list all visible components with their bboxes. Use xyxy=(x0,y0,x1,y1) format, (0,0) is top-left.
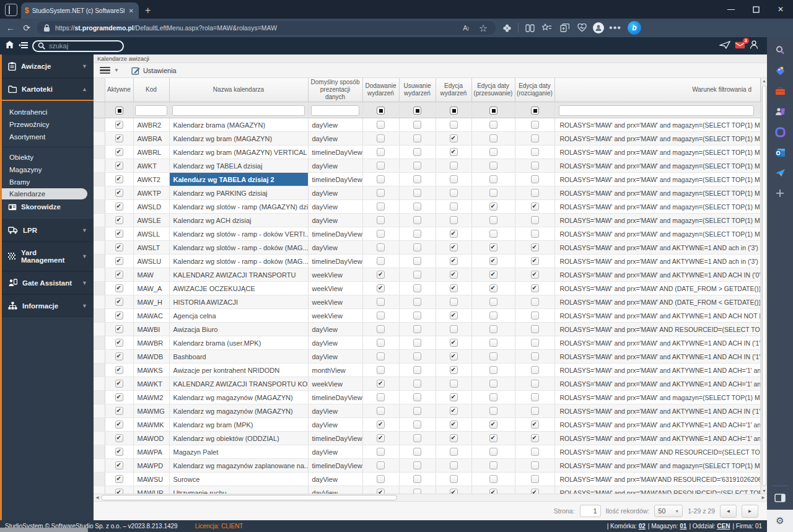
cell-view[interactable]: dayView xyxy=(308,323,362,336)
checkbox-edycja[interactable] xyxy=(450,162,458,170)
status-oddzial[interactable]: | Oddział: CEN xyxy=(689,523,730,530)
checkbox-dodawanie[interactable] xyxy=(377,189,385,197)
header-edycja-rozciaganie[interactable]: Edycja daty (rozciąganie) xyxy=(515,78,554,102)
checkbox-aktywne[interactable] xyxy=(115,434,123,442)
checkbox-edycja-przesuwanie[interactable] xyxy=(489,461,497,469)
checkbox-aktywne[interactable] xyxy=(115,284,123,292)
cell-warunek[interactable]: ROLASYS='MAW' and prx='MAW' AND (DATE_FR… xyxy=(554,295,761,309)
checkbox-edycja-przesuwanie[interactable] xyxy=(489,407,497,415)
row-selector[interactable] xyxy=(94,159,105,173)
grid-menu-button[interactable] xyxy=(100,67,110,74)
checkbox-edycja-przesuwanie[interactable] xyxy=(489,421,497,429)
cell-warunek[interactable]: ROLASYS='MAW' and prx='MAW' and magazyn=… xyxy=(554,200,761,214)
filter-nazwa[interactable] xyxy=(169,102,308,118)
table-row[interactable]: AWSLTKalendarz wg slotów - ramp - doków … xyxy=(94,241,761,255)
checkbox-usuwanie[interactable] xyxy=(413,216,421,224)
table-row[interactable]: MAWPDKalendarz wg magazynów zaplanowane … xyxy=(94,459,761,473)
filter-kod-input[interactable] xyxy=(135,105,167,116)
cell-view[interactable]: dayView xyxy=(308,159,362,173)
cell-view[interactable]: dayView xyxy=(308,336,362,350)
checkbox-edycja-rozciaganie[interactable] xyxy=(531,148,539,156)
checkbox-dodawanie[interactable] xyxy=(377,448,385,456)
checkbox-edycja-rozciaganie[interactable] xyxy=(531,461,539,469)
cell-kod[interactable]: MAWBR xyxy=(133,336,169,350)
cell-warunek[interactable]: ROLASYS='MAW' and prx='MAW'AND RESOURCEI… xyxy=(554,473,761,486)
checkbox-usuwanie[interactable] xyxy=(413,380,421,388)
checkbox-edycja-rozciaganie[interactable] xyxy=(531,271,539,279)
cell-nazwa[interactable]: HISTORIA AWIZACJI xyxy=(169,295,308,309)
table-row[interactable]: MAWSUSurowcedayViewROLASYS='MAW' and prx… xyxy=(94,473,761,486)
checkbox-edycja[interactable] xyxy=(450,175,458,183)
cell-kod[interactable]: MAWOD xyxy=(133,432,169,445)
header-domyslny[interactable]: Domyślny sposób prezentacji danych xyxy=(308,78,362,102)
cell-view[interactable]: dayView xyxy=(308,473,362,486)
cell-warunek[interactable]: ROLASYS='MAW' and prx='MAW' AND RESOURCE… xyxy=(554,445,761,459)
checkbox-aktywne[interactable] xyxy=(115,257,123,265)
checkbox-edycja-rozciaganie[interactable] xyxy=(531,203,539,211)
cell-kod[interactable]: MAWM2 xyxy=(133,391,169,404)
checkbox-edycja[interactable] xyxy=(450,380,458,388)
cell-warunek[interactable]: ROLASYS='MAW' and prx='MAW' and magazyn=… xyxy=(554,132,761,146)
checkbox-edycja-przesuwanie[interactable] xyxy=(489,243,497,251)
cell-kod[interactable]: MAWMG xyxy=(133,404,169,418)
checkbox-dodawanie[interactable] xyxy=(377,162,385,170)
checkbox-edycja-przesuwanie[interactable] xyxy=(489,203,497,211)
row-selector[interactable] xyxy=(94,118,105,132)
cell-nazwa[interactable]: Bashboard xyxy=(169,350,308,364)
row-selector[interactable] xyxy=(94,473,105,486)
cell-view[interactable]: timelineDayView xyxy=(308,255,362,268)
checkbox-edycja[interactable] xyxy=(450,203,458,211)
cell-kod[interactable]: MAWAC xyxy=(133,309,169,323)
row-selector[interactable] xyxy=(94,432,105,445)
checkbox-edycja-rozciaganie[interactable] xyxy=(531,312,539,320)
row-selector[interactable] xyxy=(94,309,105,323)
checkbox-usuwanie[interactable] xyxy=(413,148,421,156)
cell-kod[interactable]: AWSLT xyxy=(133,241,169,255)
checkbox-edycja-przesuwanie[interactable] xyxy=(489,271,497,279)
checkbox-dodawanie[interactable] xyxy=(377,312,385,320)
checkbox-edycja-rozciaganie[interactable] xyxy=(531,339,539,347)
checkbox-edycja-przesuwanie[interactable] xyxy=(489,312,497,320)
checkbox-edycja[interactable] xyxy=(450,216,458,224)
cell-warunek[interactable]: ROLASYS='MAW' and prx='MAW' and magazyn=… xyxy=(554,146,761,159)
checkbox-edycja-przesuwanie[interactable] xyxy=(489,434,497,442)
cell-nazwa[interactable]: Kalendarz wg slotów - ramp (MAGAZYN) dzi… xyxy=(169,200,308,214)
checkbox-edycja[interactable] xyxy=(450,284,458,292)
collections-icon[interactable] xyxy=(558,22,571,33)
checkbox-edycja-rozciaganie[interactable] xyxy=(531,475,539,483)
copilot-icon[interactable]: b xyxy=(628,21,641,35)
checkbox-aktywne[interactable] xyxy=(115,475,123,483)
cell-nazwa[interactable]: Kalendarz wg PARKING dzisiaj xyxy=(169,186,308,200)
table-row[interactable]: AWKTPKalendarz wg PARKING dzisiajdayView… xyxy=(94,186,761,200)
row-selector[interactable] xyxy=(94,268,105,282)
header-edycja-przesuwanie[interactable]: Edycja daty (przesuwanie) xyxy=(471,78,515,102)
checkbox-edycja-rozciaganie[interactable] xyxy=(531,434,539,442)
header-edycja[interactable]: Edycja wydarzeń xyxy=(436,78,471,102)
cell-nazwa[interactable]: Kalendarz wg ACH dzisiaj xyxy=(169,214,308,227)
checkbox-edycja[interactable] xyxy=(450,230,458,238)
checkbox-usuwanie[interactable] xyxy=(413,284,421,292)
row-selector[interactable] xyxy=(94,459,105,473)
browser-essentials-icon[interactable] xyxy=(576,22,588,33)
row-selector[interactable] xyxy=(94,227,105,241)
checkbox-dodawanie[interactable] xyxy=(377,380,385,388)
checkbox-usuwanie[interactable] xyxy=(413,243,421,251)
profile-avatar[interactable] xyxy=(593,22,604,33)
sidebar-item-obiekty[interactable]: Obiekty xyxy=(2,151,94,164)
search-input[interactable]: szukaj xyxy=(32,40,124,52)
checkbox-aktywne[interactable] xyxy=(115,312,123,320)
checkbox-edycja-przesuwanie[interactable] xyxy=(489,257,497,265)
checkbox-aktywne[interactable] xyxy=(115,230,123,238)
checkbox-aktywne[interactable] xyxy=(115,189,123,197)
sidebar-item-kalendarze[interactable]: Kalendarze xyxy=(2,188,87,199)
messages-icon[interactable]: 3 xyxy=(735,40,745,51)
row-selector[interactable] xyxy=(94,377,105,391)
new-tab-button[interactable]: + xyxy=(145,5,151,16)
cell-nazwa[interactable]: Kalendarz wg slotów - ramp - doków (MAG.… xyxy=(169,241,308,255)
checkbox-usuwanie[interactable] xyxy=(413,325,421,333)
selected-cell[interactable]: Kalendarz wg TABELA dzisiaj 2 xyxy=(169,173,308,186)
table-row[interactable]: AWSLUKalendarz wg slotów - ramp - doków … xyxy=(94,255,761,268)
checkbox-dodawanie[interactable] xyxy=(377,284,385,292)
sidebar-item-asortyment[interactable]: Asortyment xyxy=(2,131,94,143)
cell-kod[interactable]: AWKT xyxy=(133,159,169,173)
